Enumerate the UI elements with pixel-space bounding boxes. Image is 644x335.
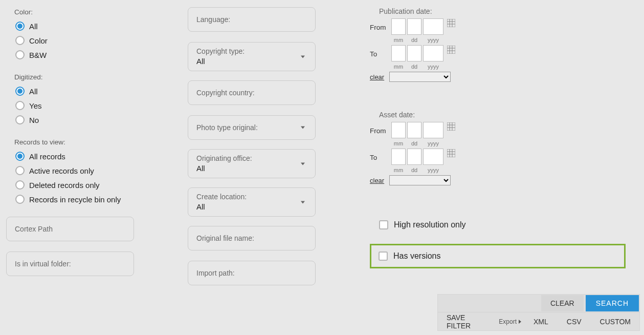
original-filename-input[interactable]: Original file name:: [188, 226, 316, 250]
save-filter-button[interactable]: SAVE FILTER: [437, 313, 496, 330]
asset-from-dd-input[interactable]: [407, 122, 421, 138]
to-label: To: [370, 45, 391, 58]
asset-date-preset-select[interactable]: [389, 175, 451, 185]
originating-office-select[interactable]: Originating office: All: [188, 149, 316, 178]
hint: yyyy: [428, 167, 439, 173]
copyright-country-input[interactable]: Copyright country:: [188, 80, 316, 105]
checkbox-icon: [379, 220, 388, 229]
field-label: Original file name:: [196, 234, 254, 242]
checkbox-label: High resolution only: [394, 220, 466, 229]
export-text: Export: [499, 318, 517, 325]
radio-icon: [15, 36, 25, 45]
hint: mm: [394, 167, 403, 173]
svg-rect-5: [447, 46, 455, 54]
asset-from-mm-input[interactable]: [391, 122, 406, 138]
checkbox-label: Has versions: [393, 252, 440, 261]
calendar-icon[interactable]: [447, 46, 455, 54]
asset-to-yyyy-input[interactable]: [423, 149, 443, 165]
field-label: Copyright country:: [196, 89, 255, 97]
hint: dd: [411, 37, 417, 43]
radio-label: Deleted records only: [29, 181, 100, 190]
virtual-folder-input[interactable]: Is in virtual folder:: [6, 252, 134, 276]
cortex-path-input[interactable]: Cortex Path: [6, 217, 134, 241]
digitized-option-yes[interactable]: Yes: [12, 98, 181, 113]
radio-label: Records in recycle bin only: [29, 195, 121, 204]
from-label: From: [370, 122, 391, 135]
digitized-option-all[interactable]: All: [12, 84, 181, 98]
field-label: Language:: [196, 15, 230, 24]
records-option-active[interactable]: Active records only: [12, 163, 181, 178]
chevron-down-icon: [301, 201, 305, 203]
digitized-radiogroup: Digitized: All Yes No: [12, 72, 181, 127]
hint: yyyy: [428, 37, 439, 43]
photo-type-select[interactable]: Photo type original:: [188, 115, 316, 140]
radio-label: All records: [29, 152, 65, 161]
pub-to-yyyy-input[interactable]: [423, 45, 443, 61]
hint: dd: [411, 167, 417, 173]
calendar-icon[interactable]: [447, 19, 455, 27]
from-label: From: [370, 18, 391, 31]
pub-from-dd-input[interactable]: [407, 18, 421, 35]
asset-date-section: Asset date: From mm dd yyyy To mm dd yyy…: [370, 111, 626, 185]
import-path-input[interactable]: Import path:: [188, 261, 316, 285]
pub-from-mm-input[interactable]: [391, 18, 406, 35]
chevron-down-icon: [301, 127, 305, 129]
radio-label: Color: [29, 36, 48, 45]
radio-label: All: [29, 22, 38, 31]
hint: mm: [394, 140, 403, 146]
field-label: Cortex Path: [15, 225, 53, 233]
export-custom-button[interactable]: CUSTOM: [591, 313, 640, 330]
field-label: Photo type original:: [196, 123, 258, 132]
chevron-down-icon: [301, 55, 305, 58]
calendar-icon[interactable]: [447, 122, 455, 131]
records-option-deleted[interactable]: Deleted records only: [12, 178, 181, 192]
color-radiogroup: Color: All Color B&W: [12, 7, 181, 62]
svg-rect-0: [447, 19, 455, 27]
radio-icon: [15, 166, 25, 175]
records-option-all[interactable]: All records: [12, 149, 181, 163]
asset-to-mm-input[interactable]: [391, 149, 406, 165]
svg-rect-15: [447, 149, 455, 157]
hint: yyyy: [428, 140, 439, 146]
section-title: Asset date:: [379, 111, 626, 119]
digitized-option-no[interactable]: No: [12, 113, 181, 127]
radio-label: Yes: [29, 101, 41, 110]
export-csv-button[interactable]: CSV: [558, 313, 591, 330]
radio-icon: [15, 115, 25, 124]
color-option-all[interactable]: All: [12, 19, 181, 33]
hint: dd: [411, 64, 417, 70]
pub-date-clear-link[interactable]: clear: [370, 73, 384, 81]
pub-to-dd-input[interactable]: [407, 45, 421, 61]
clear-button[interactable]: CLEAR: [541, 295, 584, 311]
radio-icon: [15, 22, 25, 31]
calendar-icon[interactable]: [447, 149, 455, 157]
checkbox-icon[interactable]: [379, 252, 388, 261]
create-location-select[interactable]: Create location: All: [188, 187, 316, 217]
language-input[interactable]: Language:: [188, 7, 316, 32]
radio-label: All: [29, 87, 38, 96]
radio-label: B&W: [29, 51, 47, 59]
asset-to-dd-input[interactable]: [407, 149, 421, 165]
radio-icon: [15, 50, 25, 59]
export-xml-button[interactable]: XML: [524, 313, 558, 330]
chevron-right-icon: [519, 320, 521, 324]
field-value: All: [196, 202, 307, 211]
records-option-recycle[interactable]: Records in recycle bin only: [12, 192, 181, 206]
search-button[interactable]: SEARCH: [586, 295, 639, 311]
copyright-type-select[interactable]: Copyright type: All: [188, 42, 316, 71]
radio-icon: [15, 180, 25, 190]
to-label: To: [370, 149, 391, 161]
export-label: Export: [496, 318, 524, 325]
color-option-bw[interactable]: B&W: [12, 48, 181, 62]
pub-to-mm-input[interactable]: [391, 45, 406, 61]
radio-icon: [15, 195, 25, 204]
pub-from-yyyy-input[interactable]: [423, 18, 443, 35]
pub-date-preset-select[interactable]: [389, 72, 451, 82]
color-label: Color:: [14, 8, 181, 16]
records-label: Records to view:: [14, 138, 181, 146]
asset-from-yyyy-input[interactable]: [423, 122, 443, 138]
color-option-color[interactable]: Color: [12, 33, 181, 48]
hint: dd: [411, 140, 417, 146]
hires-checkbox-row[interactable]: High resolution only: [379, 220, 626, 229]
asset-date-clear-link[interactable]: clear: [370, 177, 384, 184]
